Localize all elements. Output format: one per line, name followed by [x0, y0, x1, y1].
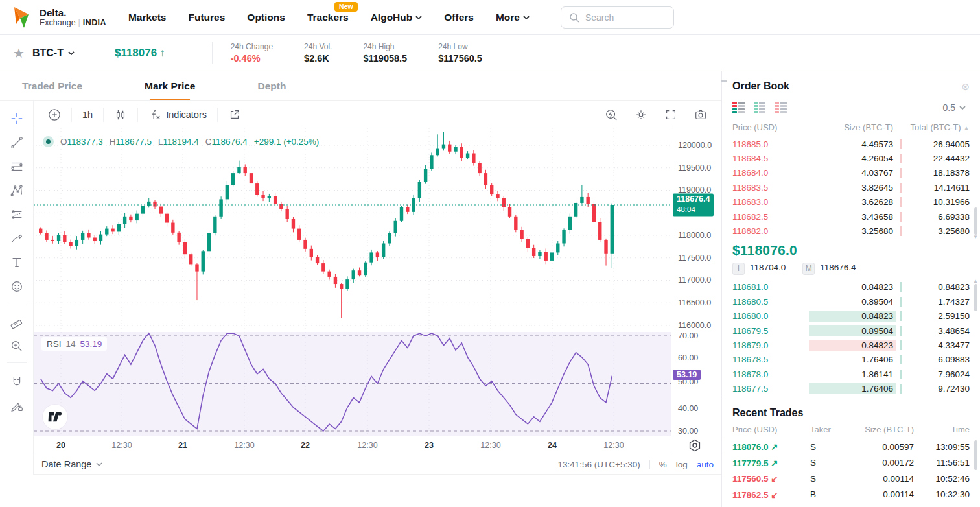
ruler-tool-icon[interactable] [5, 311, 29, 333]
time-axis-tick[interactable]: 12:30 [111, 441, 132, 450]
magnet-tool-icon[interactable] [5, 371, 29, 393]
favorite-star-icon[interactable]: ★ [13, 45, 25, 61]
auto-scale-button[interactable]: auto [697, 460, 714, 469]
pattern-tool-icon[interactable] [5, 180, 29, 202]
orderbook-sell-row[interactable]: 118682.53.436586.69338 [732, 209, 970, 224]
orderbook-sell-row[interactable]: 118683.03.6262810.31966 [732, 195, 970, 209]
recent-trades-title: Recent Trades [722, 399, 980, 420]
orderbook-buy-row[interactable]: 118679.00.848234.33477 [732, 338, 970, 352]
open-in-new-icon[interactable] [222, 105, 248, 124]
price-axis-tick[interactable]: 117000.0 [678, 276, 711, 285]
time-axis-tick[interactable]: 24 [548, 441, 557, 450]
candlestick-chart[interactable] [34, 128, 671, 332]
trade-row[interactable]: 117560.5 ↙S0.0011410:52:46 [732, 471, 970, 487]
log-scale-button[interactable]: log [676, 460, 688, 469]
index-price[interactable]: I118704.0 [732, 263, 786, 275]
nav-trackers[interactable]: TrackersNew [307, 12, 349, 23]
view-asks-icon[interactable] [775, 102, 787, 113]
nav-algohub[interactable]: AlgoHub [371, 12, 423, 23]
time-axis-tick[interactable]: 12:30 [603, 441, 624, 450]
price-axis-tick[interactable]: 118000.0 [678, 231, 711, 240]
orderbook-buy-row[interactable]: 118680.00.848232.59150 [732, 309, 970, 324]
camera-snapshot-icon[interactable] [688, 105, 714, 124]
trend-line-tool-icon[interactable] [5, 132, 29, 154]
scrollbar-thumb[interactable] [974, 284, 977, 311]
price-axis-tick[interactable]: 119500.0 [678, 163, 711, 172]
brand-logo[interactable]: Delta. Exchange|INDIA [12, 6, 106, 29]
nav-more[interactable]: More [496, 12, 530, 23]
orderbook-buy-row[interactable]: 118681.00.848230.84823 [732, 280, 970, 294]
orderbook-buy-row[interactable]: 118680.50.895041.74327 [732, 294, 970, 309]
search-input[interactable]: Search [561, 6, 674, 29]
clock[interactable]: 13:41:56 (UTC+5:30) [557, 460, 640, 469]
date-range-button[interactable]: Date Range [41, 456, 109, 473]
nav-offers[interactable]: Offers [444, 12, 474, 23]
tradingview-logo[interactable] [43, 405, 67, 429]
orderbook-sell-row[interactable]: 118685.04.4957326.94005 [732, 137, 970, 151]
series-visibility-dot[interactable] [43, 136, 54, 147]
drawing-lock-icon[interactable] [5, 395, 29, 417]
scrollbar-thumb[interactable] [974, 207, 977, 235]
precision-dropdown[interactable]: 0.5 [939, 101, 970, 114]
tab-depth[interactable]: Depth [257, 71, 286, 100]
time-axis-tick[interactable]: 12:30 [234, 441, 254, 450]
orderbook-sell-row[interactable]: 118682.03.256803.25680 [732, 224, 970, 238]
tab-traded-price[interactable]: Traded Price [22, 71, 82, 100]
time-axis[interactable]: 2012:302112:302212:302312:302412:30 [34, 436, 721, 454]
view-bids-icon[interactable] [754, 102, 766, 113]
orderbook-buy-row[interactable]: 118678.51.764066.09883 [732, 353, 970, 367]
goto-realtime-icon[interactable] [688, 438, 702, 453]
rsi-axis-tick[interactable]: 60.00 [678, 353, 698, 362]
time-axis-tick[interactable]: 21 [178, 441, 187, 450]
interval-button[interactable]: 1h [76, 106, 99, 123]
time-axis-tick[interactable]: 12:30 [357, 441, 377, 450]
price-axis-tick[interactable]: 117500.0 [678, 254, 711, 263]
view-both-icon[interactable] [732, 102, 745, 113]
rsi-axis-tick[interactable]: 70.00 [678, 331, 698, 340]
quick-search-icon[interactable] [598, 105, 624, 124]
trade-row[interactable]: 117779.5 ↗S0.0017211:56:51 [732, 454, 970, 471]
orderbook-buy-row[interactable]: 118679.50.895043.48654 [732, 324, 970, 338]
time-axis-tick[interactable]: 23 [425, 441, 434, 450]
nav-markets[interactable]: Markets [128, 12, 167, 23]
fullscreen-icon[interactable] [658, 105, 684, 124]
forecast-tool-icon[interactable] [5, 204, 29, 226]
time-axis-tick[interactable]: 20 [56, 441, 65, 450]
emoji-tool-icon[interactable] [5, 276, 29, 298]
orderbook-buy-row[interactable]: 118677.51.764069.72430 [732, 381, 970, 395]
close-icon[interactable]: ⊗ [961, 82, 970, 91]
panel-drag-handle[interactable] [721, 80, 724, 91]
nav-options[interactable]: Options [247, 12, 285, 23]
orderbook-sell-row[interactable]: 118683.53.8264514.14611 [732, 180, 970, 195]
trade-row[interactable]: 117862.5 ↙B0.0011410:32:30 [732, 486, 970, 502]
price-axis[interactable]: 120000.0119500.0119000.0118000.0117500.0… [671, 128, 721, 436]
text-tool-icon[interactable] [5, 252, 29, 274]
add-symbol-button[interactable] [41, 105, 67, 124]
rsi-axis-tick[interactable]: 40.00 [678, 404, 698, 413]
time-axis-tick[interactable]: 12:30 [480, 441, 500, 450]
candle-style-button[interactable] [108, 105, 134, 124]
settings-gear-icon[interactable] [628, 105, 654, 124]
orderbook-sell-row[interactable]: 118684.54.2605422.44432 [732, 151, 970, 165]
symbol-selector[interactable]: BTC-T [32, 47, 75, 59]
fib-lines-tool-icon[interactable] [5, 156, 29, 178]
price-axis-tick[interactable]: 116000.0 [678, 321, 711, 330]
brush-tool-icon[interactable] [5, 228, 29, 250]
mark-price[interactable]: M118676.4 [802, 263, 856, 275]
zoom-in-tool-icon[interactable] [5, 335, 29, 357]
orderbook-sell-row[interactable]: 118684.04.0376718.18378 [732, 166, 970, 180]
rsi-label[interactable]: RSI1453.19 [41, 337, 107, 351]
trade-row[interactable]: 118076.0 ↗S0.0059713:09:55 [732, 439, 970, 455]
indicators-button[interactable]: Indicators [142, 105, 213, 124]
rsi-axis-tick[interactable]: 30.00 [678, 427, 698, 436]
price-axis-tick[interactable]: 116500.0 [678, 298, 711, 307]
orderbook-buy-row[interactable]: 118678.01.861417.96024 [732, 367, 970, 381]
tab-mark-price[interactable]: Mark Price [145, 71, 195, 100]
rsi-pane[interactable]: RSI1453.19 [34, 332, 671, 436]
nav-futures[interactable]: Futures [188, 12, 225, 23]
crosshair-tool-icon[interactable] [5, 108, 29, 130]
time-axis-tick[interactable]: 22 [301, 441, 310, 450]
price-axis-tick[interactable]: 120000.0 [678, 141, 712, 150]
scrollbar-thumb[interactable] [974, 440, 977, 470]
percent-scale-button[interactable]: % [659, 460, 667, 469]
